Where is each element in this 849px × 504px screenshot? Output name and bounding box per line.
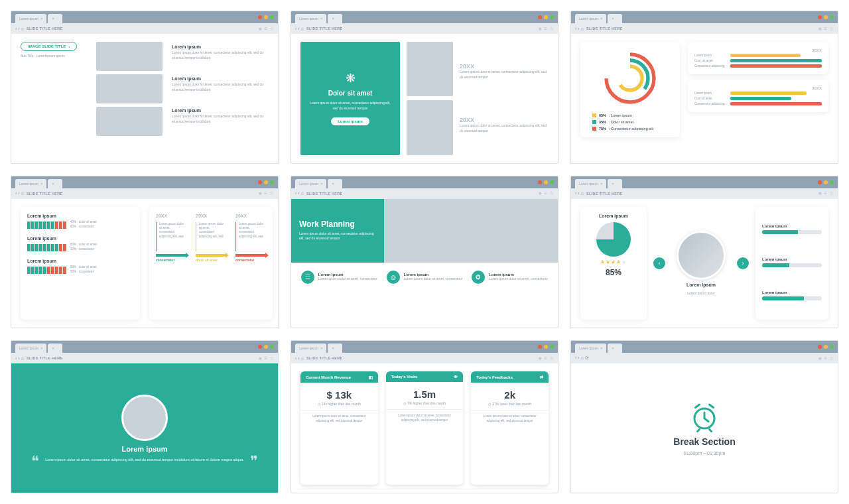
home-icon[interactable]: ⌂ xyxy=(21,27,24,31)
kpi-card: Current Month Revenue▮▯$ 13k◷18x higher … xyxy=(300,371,378,485)
hero-body: Lorem ipsum dolor sit amet, consectetur … xyxy=(310,101,391,111)
home-icon[interactable]: ⌂ xyxy=(581,355,584,361)
percentage: 85% xyxy=(606,268,621,277)
kpi-card: Today's Feedbacks⇄2k◷27% lower than last… xyxy=(471,371,549,485)
forward-icon[interactable]: › xyxy=(578,355,579,361)
break-title: Break Section xyxy=(673,436,735,447)
kpi-value: 2k xyxy=(471,383,549,402)
traffic-green-icon[interactable] xyxy=(270,15,274,19)
hero-heading: Dolor sit amet xyxy=(328,90,373,97)
svg-point-2 xyxy=(618,66,642,90)
star-icon[interactable]: ☆ xyxy=(269,26,274,32)
pie-card: Lorem ipsum ★★★★★ 85% xyxy=(580,207,647,320)
snowflake-icon: ❋ xyxy=(346,71,356,86)
item-body: Lorem ipsum dolor sit amet, consectetur … xyxy=(172,114,269,124)
close-icon[interactable]: × xyxy=(52,17,54,21)
forward-icon[interactable]: › xyxy=(18,27,19,31)
feature-icon: ✪ xyxy=(472,271,485,284)
pie-chart xyxy=(596,222,631,257)
slide-9: Lorem ipsum×× ‹›⌂⟳⎈≡☆ Break Section 01:0… xyxy=(570,340,838,493)
year-label: 20XX xyxy=(460,117,549,123)
person-name: Lorem ipsum xyxy=(121,445,167,453)
segmented-bars-card: Lorem ipsum40% : dolor sit amet 60% : co… xyxy=(21,207,140,320)
feature-icon: ☰ xyxy=(301,271,314,284)
legend-item: 35% : Dolor sit amet xyxy=(592,120,668,124)
donut-chart xyxy=(600,48,660,108)
kpi-icon: 👁 xyxy=(454,375,458,379)
item-body: Lorem ipsum dolor sit amet, consectetur … xyxy=(172,82,269,92)
content-image xyxy=(96,42,163,71)
kpi-icon: ▮▯ xyxy=(369,375,373,379)
slide-8: Lorem ipsum×× ‹›⌂SLIDE TITLE HERE⎈≡☆ Cur… xyxy=(291,340,558,493)
back-icon[interactable]: ‹ xyxy=(575,355,576,361)
bar-group: 20XXLorem ipsumDoor. sit ametConsectetur… xyxy=(688,42,828,74)
browser-tab[interactable]: × xyxy=(48,14,62,23)
chart-legend: 65% : Lorem ipsum35% : Dolor sit amet75%… xyxy=(587,113,673,131)
testimonial-quote: Lorem ipsum dolor sit amet, consectetur … xyxy=(45,457,244,462)
feature-icon: ◎ xyxy=(387,271,400,284)
seg-row: Lorem ipsum80% : dolor sit amet 30% : co… xyxy=(27,236,133,253)
refresh-icon[interactable]: ⟳ xyxy=(585,355,589,361)
feature-item: ✪Lorem ipsumLorem ipsum dolor sit amet, … xyxy=(472,271,548,284)
progress-card: Lorem ipsumLorem ipsumLorem ipsum xyxy=(755,207,828,320)
timeline-item: 20XXLorem ipsum dolor sit amet, consecte… xyxy=(235,214,266,262)
hero-image xyxy=(384,199,558,263)
progress-row: Lorem ipsum xyxy=(762,224,822,236)
item-title: Lorem ipsum xyxy=(172,108,269,113)
feature-item: ◎Lorem ipsumLorem ipsum dolor sit amet, … xyxy=(387,271,463,284)
slide-6: Lorem ipsum×× ‹›⌂SLIDE TITLE HERE⎈≡☆ Lor… xyxy=(570,176,838,329)
back-icon[interactable]: ‹ xyxy=(15,27,17,31)
feature-item: ☰Lorem ipsumLorem ipsum dolor sit amet, … xyxy=(301,271,377,284)
carousel-image xyxy=(677,231,726,280)
subtitle: Sub Title : Lorem ipsum ipsum xyxy=(21,54,87,59)
clock-icon: ◷ xyxy=(488,402,491,406)
slide-3: Lorem ipsum×× ‹›⌂SLIDE TITLE HERE⎈≡☆ 65%… xyxy=(570,11,838,164)
legend-item: 65% : Lorem ipsum xyxy=(592,113,668,117)
next-button[interactable]: › xyxy=(737,257,749,269)
seg-row: Lorem ipsum50% : dolor sit amet 50% : co… xyxy=(27,259,133,276)
item-title: Lorem ipsum xyxy=(172,44,269,49)
legend-item: 75% : Consectetur adipiscing elit xyxy=(592,127,668,131)
menu-icon[interactable]: ≡ xyxy=(264,26,267,32)
slide-7: Lorem ipsum×× ‹›⌂SLIDE TITLE HERE⎈≡☆ Lor… xyxy=(11,340,279,493)
bar-group: 20XXLorem ipsumDoor sit ametConsectetur … xyxy=(688,80,828,112)
kpi-card: Today's Visits👁1.5m◷7% higher than this … xyxy=(386,371,464,485)
break-time: 01:00pm ~ 01:30pm xyxy=(684,451,725,456)
quote-open-icon: ❝ xyxy=(31,453,39,470)
alarm-clock-icon xyxy=(688,401,720,432)
content-image xyxy=(407,100,453,155)
progress-row: Lorem ipsum xyxy=(762,257,822,269)
close-icon[interactable]: × xyxy=(40,17,43,21)
donut-card: 65% : Lorem ipsum35% : Dolor sit amet75%… xyxy=(580,42,680,137)
carousel: ‹ Lorem Ipsum Lorem ipsum dolor › xyxy=(653,207,749,320)
progress-row: Lorem ipsum xyxy=(762,290,822,302)
slide-1: Lorem ipsum×× ‹›⌂ SLIDE TITLE HERE ⎈≡☆ I… xyxy=(11,11,279,164)
title-pill: IMAGE SLIDE TITLE› xyxy=(21,42,77,51)
traffic-red-icon[interactable] xyxy=(258,15,262,19)
seg-row: Lorem ipsum40% : dolor sit amet 60% : co… xyxy=(27,214,133,231)
hero-heading: Work Planning xyxy=(299,220,376,229)
slide-4: Lorem ipsum×× ‹›⌂SLIDE TITLE HERE⎈≡☆ Lor… xyxy=(11,176,279,329)
location-icon[interactable]: ⎈ xyxy=(259,26,262,32)
star-rating: ★★★★★ xyxy=(600,259,627,265)
hero-panel: ❋ Dolor sit amet Lorem ipsum dolor sit a… xyxy=(300,42,400,155)
clock-icon: ◷ xyxy=(403,401,406,405)
hero-panel: Work Planning Lorem ipsum dolor sit amet… xyxy=(291,199,384,263)
toolbar: ‹›⌂ SLIDE TITLE HERE ⎈≡☆ xyxy=(11,23,278,34)
quote-close-icon: ❞ xyxy=(250,453,258,470)
browser-tab[interactable]: Lorem ipsum× xyxy=(15,14,46,23)
window-chrome: Lorem ipsum×× xyxy=(11,11,278,23)
cta-button[interactable]: Lorem ipsum xyxy=(331,117,369,125)
slide-2: Lorem ipsum×× ‹›⌂SLIDE TITLE HERE⎈≡☆ ❋ D… xyxy=(291,11,558,164)
content-image xyxy=(407,42,453,96)
content-image xyxy=(96,74,163,103)
year-label: 20XX xyxy=(460,63,549,70)
slide-title: SLIDE TITLE HERE xyxy=(27,27,63,31)
content-image xyxy=(96,107,163,136)
timeline-item: 20XXLorem ipsum dolor sit amet, consecte… xyxy=(156,214,186,262)
chevron-right-icon: › xyxy=(68,44,70,48)
timeline-card: 20XXLorem ipsum dolor sit amet, consecte… xyxy=(149,207,273,320)
avatar xyxy=(121,395,168,441)
prev-button[interactable]: ‹ xyxy=(653,257,665,269)
traffic-yellow-icon[interactable] xyxy=(264,15,268,19)
